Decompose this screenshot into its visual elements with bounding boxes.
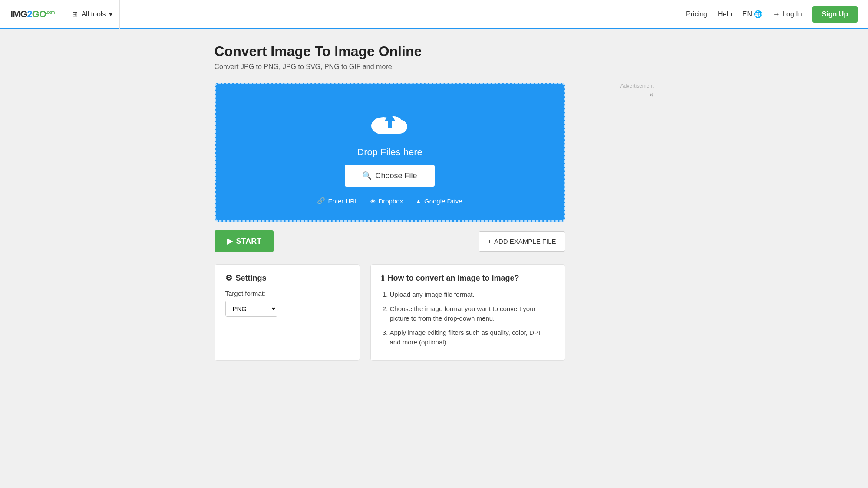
- dropbox-label: Dropbox: [378, 197, 403, 205]
- logo-img-text: IMG: [10, 9, 27, 20]
- gear-icon: ⚙: [225, 273, 232, 283]
- choose-file-label: Choose File: [375, 171, 417, 180]
- lang-text: EN: [743, 10, 752, 18]
- settings-panel: ⚙ Settings Target format: PNG JPG GIF SV…: [215, 264, 360, 361]
- target-format-label: Target format:: [225, 290, 349, 297]
- start-button[interactable]: ▶ START: [215, 230, 274, 252]
- page-title: Convert Image To Image Online: [215, 43, 654, 59]
- plus-icon: +: [488, 238, 492, 245]
- dropzone[interactable]: Drop Files here 🔍 Choose File 🔗 Enter UR…: [215, 83, 565, 222]
- nav-pricing[interactable]: Pricing: [686, 10, 707, 18]
- logo[interactable]: IMG2GO.com: [10, 9, 54, 20]
- search-icon: 🔍: [362, 171, 372, 180]
- gdrive-icon: ▲: [415, 197, 422, 205]
- header-left: IMG2GO.com ⊞ All tools ▾: [10, 0, 120, 29]
- language-selector[interactable]: EN 🌐: [743, 10, 762, 18]
- header-nav: Pricing Help EN 🌐 → Log In Sign Up: [686, 6, 858, 23]
- start-label: START: [236, 237, 262, 246]
- howto-panel: ℹ How to convert an image to image? Uplo…: [370, 264, 565, 361]
- content-row: Drop Files here 🔍 Choose File 🔗 Enter UR…: [215, 83, 654, 361]
- logo-go: GO: [32, 9, 46, 20]
- main-content: Convert Image To Image Online Convert JP…: [204, 29, 664, 375]
- ad-column: Advertisement ×: [576, 83, 654, 100]
- howto-step-2: Choose the image format you want to conv…: [390, 304, 554, 324]
- login-button[interactable]: → Log In: [773, 10, 802, 18]
- bottom-row: ⚙ Settings Target format: PNG JPG GIF SV…: [215, 264, 565, 361]
- howto-title-text: How to convert an image to image?: [388, 274, 519, 283]
- ad-close-button[interactable]: ×: [576, 91, 654, 100]
- google-drive-link[interactable]: ▲ Google Drive: [415, 197, 462, 205]
- settings-title: ⚙ Settings: [225, 273, 349, 283]
- settings-title-text: Settings: [236, 274, 267, 283]
- all-tools-label: All tools: [81, 10, 106, 18]
- add-example-label: ADD EXAMPLE FILE: [494, 238, 556, 245]
- chevron-down-icon: ▾: [109, 10, 112, 18]
- enter-url-link[interactable]: 🔗 Enter URL: [317, 197, 358, 205]
- logo-number: 2: [27, 9, 32, 20]
- globe-icon: 🌐: [754, 10, 762, 18]
- howto-list: Upload any image file format. Choose the…: [381, 290, 554, 347]
- howto-title: ℹ How to convert an image to image?: [381, 273, 554, 283]
- logo-com: .com: [46, 10, 54, 14]
- grid-icon: ⊞: [72, 10, 78, 18]
- howto-step-1: Upload any image file format.: [390, 290, 554, 300]
- all-tools-button[interactable]: ⊞ All tools ▾: [65, 0, 120, 29]
- source-links: 🔗 Enter URL ◈ Dropbox ▲ Google Drive: [317, 197, 462, 205]
- drop-files-text: Drop Files here: [357, 147, 422, 158]
- enter-url-label: Enter URL: [328, 197, 358, 205]
- dropbox-icon: ◈: [370, 197, 376, 205]
- signup-button[interactable]: Sign Up: [812, 6, 858, 23]
- nav-help[interactable]: Help: [718, 10, 732, 18]
- login-arrow-icon: →: [773, 10, 780, 18]
- logo-text: IMG2GO.com: [10, 9, 54, 20]
- format-select[interactable]: PNG JPG GIF SVG WEBP BMP TIFF: [225, 301, 277, 317]
- header: IMG2GO.com ⊞ All tools ▾ Pricing Help EN…: [0, 0, 868, 29]
- left-column: Drop Files here 🔍 Choose File 🔗 Enter UR…: [215, 83, 565, 361]
- action-row: ▶ START + ADD EXAMPLE FILE: [215, 230, 565, 252]
- howto-step-3: Apply image editing filters such as qual…: [390, 328, 554, 347]
- cloud-upload-icon: [368, 105, 412, 140]
- add-example-button[interactable]: + ADD EXAMPLE FILE: [479, 231, 565, 252]
- choose-file-button[interactable]: 🔍 Choose File: [345, 165, 434, 187]
- play-icon: ▶: [227, 236, 233, 246]
- gdrive-label: Google Drive: [424, 197, 462, 205]
- ad-label: Advertisement: [576, 83, 654, 89]
- login-label: Log In: [782, 10, 802, 18]
- info-icon: ℹ: [381, 273, 384, 283]
- dropbox-link[interactable]: ◈ Dropbox: [370, 197, 403, 205]
- link-icon: 🔗: [317, 197, 325, 205]
- page-subtitle: Convert JPG to PNG, JPG to SVG, PNG to G…: [215, 63, 654, 71]
